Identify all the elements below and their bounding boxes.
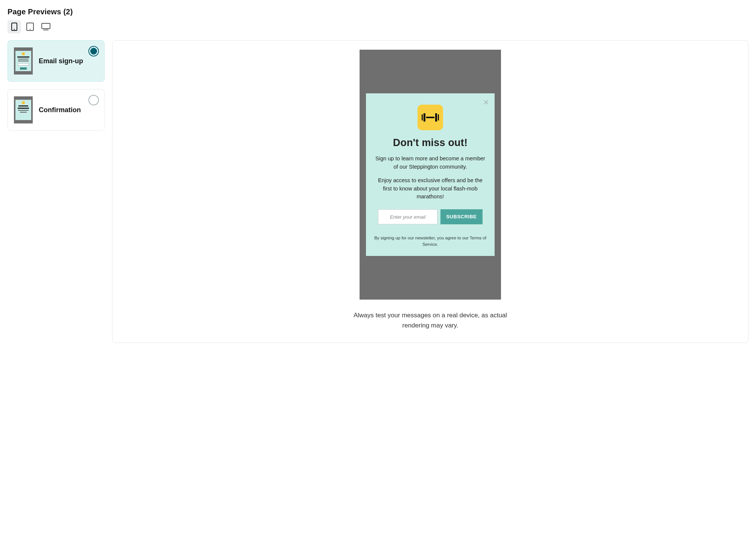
- page-radio[interactable]: [88, 95, 99, 105]
- email-input[interactable]: Enter your email: [378, 209, 437, 224]
- device-desktop-button[interactable]: [39, 20, 53, 33]
- device-phone-button[interactable]: [8, 20, 21, 33]
- page-title: Page Previews (2): [8, 8, 748, 16]
- svg-rect-4: [42, 23, 50, 29]
- svg-point-3: [30, 29, 30, 30]
- page-thumbnail: [14, 96, 33, 123]
- signup-row: Enter your email SUBSCRIBE: [374, 209, 486, 224]
- page-card-email-signup[interactable]: Email sign-up: [8, 40, 105, 82]
- device-toggle: [8, 20, 748, 33]
- device-tablet-button[interactable]: [23, 20, 37, 33]
- device-frame: ✕ Don't miss out! Sign up to learn more …: [360, 50, 501, 300]
- close-icon[interactable]: ✕: [483, 99, 489, 106]
- svg-rect-10: [438, 114, 439, 120]
- page-card-label: Confirmation: [39, 106, 98, 114]
- tablet-icon: [26, 23, 34, 31]
- page-card-label: Email sign-up: [39, 57, 98, 65]
- preview-panel: ✕ Don't miss out! Sign up to learn more …: [112, 40, 748, 343]
- page-card-confirmation[interactable]: Confirmation: [8, 89, 105, 131]
- svg-rect-8: [426, 117, 434, 118]
- svg-rect-7: [424, 113, 425, 122]
- modal-heading: Don't miss out!: [374, 137, 486, 149]
- app-icon: [417, 105, 443, 130]
- svg-point-1: [14, 29, 15, 30]
- phone-icon: [11, 23, 17, 31]
- page-thumbnail: [14, 47, 33, 75]
- page-radio-selected[interactable]: [88, 46, 99, 56]
- preview-footnote: Always test your messages on a real devi…: [351, 310, 509, 330]
- dumbbell-icon: [422, 113, 439, 122]
- fine-print: By signing up for our newsletter, you ag…: [374, 235, 486, 247]
- modal-paragraph-2: Enjoy access to exclusive offers and be …: [374, 177, 486, 201]
- signup-modal: ✕ Don't miss out! Sign up to learn more …: [366, 93, 495, 256]
- modal-paragraph-1: Sign up to learn more and become a membe…: [374, 155, 486, 171]
- subscribe-button[interactable]: SUBSCRIBE: [440, 209, 483, 224]
- desktop-icon: [41, 23, 50, 30]
- page-list: Email sign-up Confirmation: [8, 40, 105, 131]
- svg-rect-9: [435, 113, 437, 122]
- svg-rect-6: [422, 114, 423, 120]
